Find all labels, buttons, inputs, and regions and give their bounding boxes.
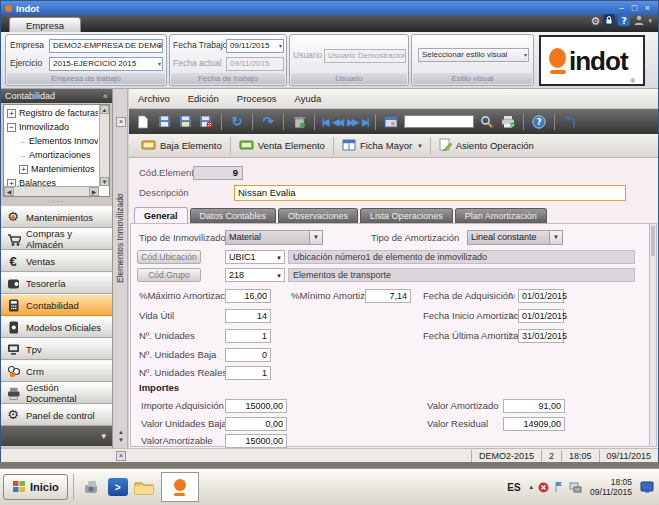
tab-plan-amortizacion[interactable]: Plan Amortización [455,208,547,223]
max-amortizacion-field[interactable]: 16,00 [225,289,271,303]
cod-ubicacion-button[interactable]: Cód.Ubicación [137,250,201,264]
vtab-scroll-arrows[interactable]: ▲ ▼ [116,428,126,444]
sidebar-item-panel-control[interactable]: ⚙ Panel de control [1,404,112,426]
tipo-amortizacion-select[interactable]: Lineal constante▼ [467,230,563,245]
fecha-adquisicion-field[interactable]: 01/01/2015 [518,289,564,303]
delete-icon[interactable] [291,113,307,130]
start-button[interactable]: Inicio [3,474,68,500]
flag-icon[interactable] [554,481,564,493]
settings-gear-icon[interactable]: ⚙ [591,16,601,27]
previous-record-icon[interactable]: ◀◀ [332,117,342,127]
save-close-icon[interactable] [198,113,214,130]
sidebar-item-mantenimientos[interactable]: ⚙ Mantenimientos [1,206,112,228]
menu-procesos[interactable]: Procesos [228,93,286,104]
tree-item-amortizaciones[interactable]: – Amortizaciones [17,148,98,162]
print-icon[interactable] [500,113,516,130]
preview-icon[interactable] [383,113,399,130]
min-amortizacion-field[interactable]: 7,14 [365,289,411,303]
valor-residual-field[interactable]: 14909,00 [503,417,565,431]
chevron-down-icon[interactable]: ▾ [648,17,652,25]
close-panel-icon[interactable]: × [116,117,126,127]
search-icon[interactable] [479,113,495,130]
tree-vertical-scrollbar[interactable]: ▲ ▼ [99,105,109,186]
tree-item-mantenimientos[interactable]: + Mantenimientos [17,162,98,176]
save-icon[interactable] [156,113,172,130]
help-icon[interactable]: ? [618,12,630,30]
undo-icon[interactable]: ↷ [260,113,276,130]
tray-status-icon[interactable] [538,482,549,493]
valor-unidades-baja-field[interactable]: 0,00 [225,417,287,431]
cod-ubicacion-combo[interactable]: UBIC1▼ [225,250,285,264]
quicklaunch-powershell-icon[interactable]: > [105,474,131,500]
importe-adquisicion-field[interactable]: 15000,00 [225,399,287,413]
tab-lista-operaciones[interactable]: Lista Operaciones [360,208,453,223]
collapse-node-icon[interactable]: − [7,123,16,132]
asiento-operacion-button[interactable]: Asiento Operación [431,136,542,156]
estilo-visual-select[interactable]: Seleccionar estilo visual▾ [418,48,529,62]
taskbar-clock[interactable]: 18:05 09/11/2015 [587,477,635,497]
language-indicator[interactable]: ES [503,482,524,493]
chevron-down-icon[interactable]: ▾ [101,431,106,441]
unidades-baja-field[interactable]: 0 [225,348,271,362]
unidades-field[interactable]: 1 [225,329,271,343]
empresa-select[interactable]: DEMO2-EMPRESA DE DEMOSTRACI...▾ [49,39,163,53]
next-record-icon[interactable]: ▶▶ [347,117,357,127]
tree-horizontal-scrollbar[interactable]: ◀ ▶ [4,186,99,196]
tree-item-inmovilizado[interactable]: − Inmovilizado [5,120,98,134]
sidebar-item-contabilidad[interactable]: Contabilidad [1,294,112,316]
baja-elemento-button[interactable]: Baja Elemento [133,136,230,156]
tab-datos-contables[interactable]: Datos Contables [190,208,277,223]
panel-scrollbar[interactable] [649,223,657,447]
sidebar-item-ventas[interactable]: € Ventas [1,250,112,272]
menu-ayuda[interactable]: Ayuda [285,93,330,104]
fecha-ultima-field[interactable]: 31/01/2015 [518,329,564,343]
expand-icon[interactable]: + [7,109,16,118]
new-record-icon[interactable] [135,113,151,130]
cod-grupo-combo[interactable]: 218▼ [225,268,285,282]
refresh-icon[interactable]: ↻ [229,113,245,130]
menu-archivo[interactable]: Archivo [129,93,179,104]
user-icon[interactable] [633,12,645,30]
sidebar-item-tesoreria[interactable]: Tesorería [1,272,112,294]
quicklaunch-tool-icon[interactable] [79,474,105,500]
lock-icon[interactable] [603,12,615,30]
venta-elemento-button[interactable]: Venta Elemento [231,136,333,156]
scroll-left-icon[interactable]: ◀ [4,187,14,196]
help-icon[interactable]: ? [531,113,547,130]
date-picker-icon[interactable]: ↻ [508,289,516,303]
scroll-right-icon[interactable]: ▶ [89,187,99,196]
expand-icon[interactable]: + [7,179,16,187]
menu-edicion[interactable]: Edición [179,93,228,104]
fecha-trabajo-select[interactable]: 09/11/2015▾ [226,39,284,53]
sidebar-item-compras-almacen[interactable]: Compras y Almacén [1,228,112,250]
ficha-mayor-button[interactable]: Ficha Mayor ▾ [334,136,430,156]
tab-empresa[interactable]: Empresa [9,17,81,32]
taskbar-indot-app[interactable] [161,472,199,502]
tipo-inmovilizado-select[interactable]: Material▼ [225,230,323,245]
sidebar-overflow-strip[interactable]: ▾ [1,426,112,446]
tree-item-registro-facturas[interactable]: + Registro de facturas [5,106,98,120]
close-tab-icon[interactable]: × [116,451,126,461]
date-picker-icon[interactable]: ↻ [508,329,516,343]
sidebar-item-crm[interactable]: Crm [1,360,112,382]
tab-observaciones[interactable]: Observaciones [278,208,358,223]
ejercicio-select[interactable]: 2015-EJERCICIO 2015▾ [49,57,163,71]
valor-amortizable-field[interactable]: 15000,00 [225,434,287,448]
sidebar-item-tpv[interactable]: Tpv [1,338,112,360]
sidebar-item-gestion-documental[interactable]: Gestión Documental [1,382,112,404]
tree-item-elementos-inmovilizado[interactable]: – Elementos Inmovilizac [17,134,98,148]
tree-item-balances[interactable]: + Balances [5,176,98,186]
expand-icon[interactable]: + [19,165,28,174]
collapse-icon[interactable]: « [103,91,108,101]
scroll-up-icon[interactable]: ▲ [100,105,109,114]
search-input[interactable] [404,115,474,128]
exit-icon[interactable] [562,113,578,130]
vida-util-field[interactable]: 14 [225,309,271,323]
hidden-icons-chevron-icon[interactable]: ▴ [530,483,534,491]
network-icon[interactable] [569,482,582,493]
vertical-tab-elementos-inmovilizado[interactable]: Elementos Inmovilizado [115,133,125,283]
sidebar-item-modelos-oficiales[interactable]: Modelos Oficiales [1,316,112,338]
valor-amortizado-field[interactable]: 91,00 [503,399,565,413]
save-all-icon[interactable] [177,113,193,130]
show-desktop-icon[interactable] [640,481,654,493]
